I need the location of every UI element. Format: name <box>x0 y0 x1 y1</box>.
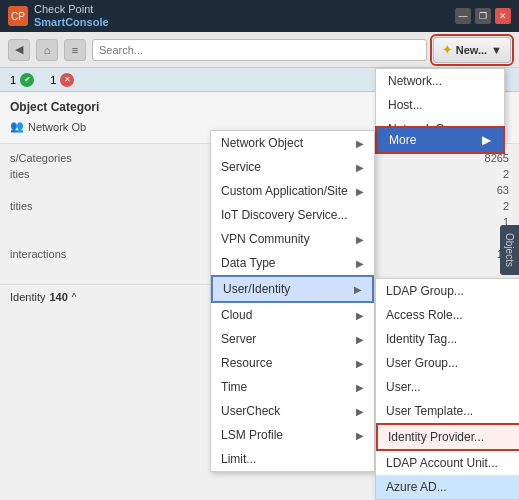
identity-section: Identity 140 ^ <box>0 284 519 309</box>
restore-button[interactable]: ❐ <box>475 8 491 24</box>
stats-row-1: ities 2 <box>10 166 509 182</box>
list-button[interactable]: ≡ <box>64 39 86 61</box>
dropdown-arrow-icon: ▼ <box>491 44 502 56</box>
stats-value-2: 63 <box>497 184 509 196</box>
window-controls: — ❐ ✕ <box>455 8 511 24</box>
success-count: 1 <box>10 74 16 86</box>
stats-row-4: 1 <box>10 214 509 230</box>
star-icon: ✦ <box>442 43 452 57</box>
close-button[interactable]: ✕ <box>495 8 511 24</box>
objects-tab[interactable]: Objects <box>500 225 519 275</box>
new-button-label: New... <box>456 44 487 56</box>
error-badge: ✕ <box>60 73 74 87</box>
stats-value-0: 8265 <box>485 152 509 164</box>
content-panel: ◀ ⌂ ≡ ✦ New... ▼ 1 ✔ 1 ✕ Object Categori <box>0 32 519 500</box>
notification-bar: 1 ✔ 1 ✕ <box>0 68 519 92</box>
main-area: ◀ ⌂ ≡ ✦ New... ▼ 1 ✔ 1 ✕ Object Categori <box>0 32 519 500</box>
stats-label-6: interactions <box>10 248 66 260</box>
app-logo: CP <box>8 6 28 26</box>
app-line1: Check Point <box>34 3 93 15</box>
title-bar: CP Check Point SmartConsole — ❐ ✕ <box>0 0 519 32</box>
error-notification: 1 ✕ <box>50 73 74 87</box>
success-notification: 1 ✔ <box>10 73 34 87</box>
identity-count: 140 <box>49 291 67 303</box>
stats-value-3: 2 <box>503 200 509 212</box>
new-button[interactable]: ✦ New... ▼ <box>433 37 511 63</box>
objects-tab-label: Objects <box>504 233 515 267</box>
identity-label: Identity <box>10 291 45 303</box>
success-badge: ✔ <box>20 73 34 87</box>
toolbar: ◀ ⌂ ≡ ✦ New... ▼ <box>0 32 519 68</box>
stats-row-0: s/Categories 8265 <box>10 150 509 166</box>
network-icon: 👥 <box>10 120 24 133</box>
stats-label-1: ities <box>10 168 30 180</box>
network-obj-item: 👥 Network Ob <box>10 118 509 135</box>
stats-row-5: 3 <box>10 230 509 246</box>
app-name: SmartConsole <box>34 16 109 28</box>
stats-row-2: 63 <box>10 182 509 198</box>
network-obj-label: Network Ob <box>28 121 86 133</box>
stats-row-3: tities 2 <box>10 198 509 214</box>
stats-label-0: s/Categories <box>10 152 72 164</box>
stats-row-6: interactions 13 <box>10 246 509 262</box>
search-input[interactable] <box>92 39 427 61</box>
stats-row-7: 4 <box>10 262 509 278</box>
stats-panel: s/Categories 8265 ities 2 63 tities 2 1 <box>0 144 519 284</box>
home-button[interactable]: ⌂ <box>36 39 58 61</box>
minimize-button[interactable]: — <box>455 8 471 24</box>
stats-value-1: 2 <box>503 168 509 180</box>
back-button[interactable]: ◀ <box>8 39 30 61</box>
identity-arrow-icon: ^ <box>72 292 77 303</box>
stats-label-3: tities <box>10 200 33 212</box>
title-bar-left: CP Check Point SmartConsole <box>8 3 109 29</box>
error-count: 1 <box>50 74 56 86</box>
object-categories-title: Object Categori <box>10 100 509 114</box>
object-panel: Object Categori 👥 Network Ob <box>0 92 519 144</box>
app-title: Check Point SmartConsole <box>34 3 109 29</box>
